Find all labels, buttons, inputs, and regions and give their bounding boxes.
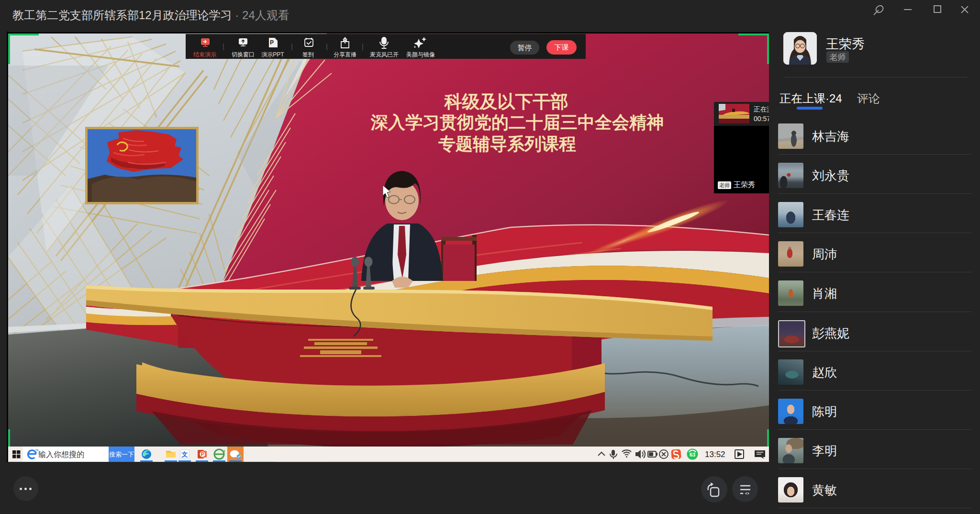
svg-text:文: 文 — [181, 451, 188, 458]
svg-text:麦克风已开: 麦克风已开 — [370, 51, 399, 58]
svg-text:演示PPT: 演示PPT — [261, 51, 284, 58]
svg-text:搜索一下: 搜索一下 — [109, 451, 134, 458]
svg-text:美颜与镜像: 美颜与镜像 — [406, 51, 435, 58]
svg-text:科级及以下干部: 科级及以下干部 — [444, 92, 568, 112]
svg-text:分享直播: 分享直播 — [334, 51, 356, 58]
svg-text:切换窗口: 切换窗口 — [231, 51, 255, 58]
svg-text:P: P — [270, 39, 274, 46]
svg-text:专题辅导系列课程: 专题辅导系列课程 — [438, 134, 576, 154]
svg-text:签到: 签到 — [302, 51, 314, 58]
svg-text:63: 63 — [690, 452, 695, 458]
svg-text:结束演示: 结束演示 — [193, 51, 216, 58]
svg-text:输入你想搜的: 输入你想搜的 — [38, 450, 84, 458]
svg-text:深入学习贯彻党的二十届三中全会精神: 深入学习贯彻党的二十届三中全会精神 — [370, 112, 664, 132]
svg-text:P: P — [201, 452, 204, 457]
svg-text:13:52: 13:52 — [705, 450, 725, 459]
